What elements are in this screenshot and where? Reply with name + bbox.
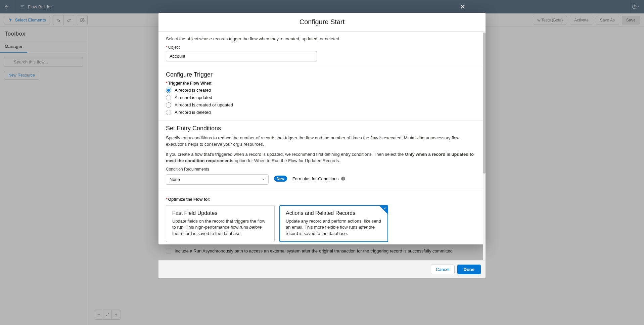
async-checkbox-row[interactable]: Include a Run Asynchronously path to acc… [166,248,475,253]
condition-req-label: Condition Requirements [166,167,475,172]
cancel-button[interactable]: Cancel [431,265,454,274]
object-input[interactable] [166,51,317,61]
radio-icon [166,88,171,93]
radio-icon [166,102,171,108]
radio-updated[interactable]: A record is updated [166,95,475,100]
entry-help-2: If you create a flow that's triggered wh… [166,151,475,164]
info-icon [341,176,346,181]
entry-help-1: Specify entry conditions to reduce the n… [166,135,475,148]
checkbox-icon [166,248,171,253]
radio-deleted[interactable]: A record is deleted [166,110,475,115]
new-badge: New [274,176,287,182]
radio-created[interactable]: A record is created [166,88,475,93]
radio-icon [166,95,171,100]
svg-point-5 [343,177,343,178]
card-desc: Update fields on the record that trigger… [172,218,268,237]
radio-icon [166,110,171,115]
configure-start-modal: Configure Start Select the object whose … [158,13,486,244]
formulas-label: Formulas for Conditions [292,176,339,181]
formulas-for-conditions[interactable]: Formulas for Conditions [292,176,346,181]
svg-rect-4 [343,178,343,180]
close-modal-button[interactable] [459,3,466,10]
card-title: Actions and Related Records [286,210,382,216]
modal-footer: Cancel Done [158,260,486,278]
select-value: None [170,177,180,182]
radio-label: A record is created [175,88,211,93]
done-button[interactable]: Done [457,265,481,274]
configure-trigger-title: Configure Trigger [166,71,475,78]
condition-req-select[interactable]: None [166,174,269,185]
scrollbar[interactable] [483,31,486,260]
radio-label: A record is updated [175,95,212,100]
object-label: Object [166,45,475,50]
card-title: Fast Field Updates [172,210,268,216]
object-help-text: Select the object whose records trigger … [166,36,475,42]
radio-label: A record is created or updated [175,102,233,107]
async-checkbox-label: Include a Run Asynchronously path to acc… [175,248,453,253]
selected-check-icon [379,206,387,214]
radio-label: A record is deleted [175,110,211,115]
modal-title: Configure Start [158,13,486,31]
card-actions-related-records[interactable]: Actions and Related Records Update any r… [279,205,388,242]
card-fast-field-updates[interactable]: Fast Field Updates Update fields on the … [166,205,275,242]
card-desc: Update any record and perform actions, l… [286,218,382,237]
optimize-label: Optimize the Flow for: [166,197,475,202]
trigger-when-label: Trigger the Flow When: [166,81,475,86]
chevron-down-icon [262,178,265,181]
radio-created-or-updated[interactable]: A record is created or updated [166,102,475,108]
entry-conditions-title: Set Entry Conditions [166,125,475,132]
